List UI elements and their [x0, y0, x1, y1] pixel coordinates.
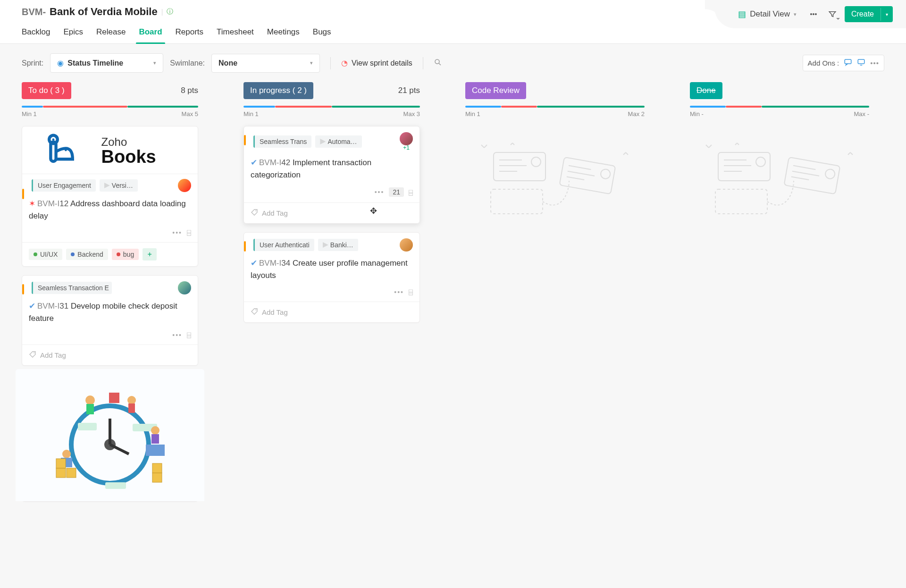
svg-point-9 [34, 353, 34, 353]
max-label: Max 2 [628, 110, 645, 118]
svg-rect-30 [109, 393, 119, 403]
avatar[interactable] [400, 132, 413, 145]
board-card[interactable]: Seamless Transaction E ✔BVM-I31 Develop … [22, 275, 198, 366]
min-label: Min 1 [243, 110, 259, 118]
avatar[interactable] [178, 281, 191, 294]
nav-tabs: Backlog Epics Release Board Reports Time… [22, 21, 714, 43]
svg-rect-31 [146, 445, 165, 456]
addons-label: Add Ons : [808, 59, 839, 67]
view-sprint-details[interactable]: ◔ View sprint details [341, 59, 412, 67]
release-chip[interactable]: Versi… [100, 179, 138, 192]
max-label: Max - [854, 110, 870, 118]
bug-icon: ✶ [29, 199, 35, 208]
header-left: BVM- Bank of Verdia Mobile | ⓘ Backlog E… [22, 0, 714, 43]
card-tags: UI/UX Backend bug + [22, 242, 198, 266]
toolbar: Sprint: ◉ Status Timeline ▾ Swimlane: No… [0, 44, 906, 82]
board-card[interactable]: Seamless Trans Automa… +1 ✔BVM-I42 Imple… [243, 126, 420, 224]
svg-point-40 [600, 168, 611, 179]
tab-bugs[interactable]: Bugs [313, 24, 331, 43]
addon-chat-icon[interactable] [844, 58, 852, 68]
clock-icon: ◔ [341, 59, 348, 67]
column-todo-header[interactable]: To do ( 3 ) [22, 82, 71, 99]
tag-uiux[interactable]: UI/UX [29, 249, 62, 260]
estimate-icon[interactable]: ⌸ [409, 188, 413, 196]
svg-line-42 [568, 171, 595, 176]
sprint-dropdown[interactable]: ◉ Status Timeline ▾ [50, 53, 163, 73]
swimlane-value: None [218, 59, 237, 67]
detail-view-icon: ▤ [738, 9, 746, 19]
addons-more-icon[interactable]: ••• [870, 59, 879, 67]
tab-reports[interactable]: Reports [176, 24, 204, 43]
detail-view-dropdown[interactable]: ▤ Detail View ▾ [733, 6, 801, 22]
svg-point-32 [255, 210, 256, 211]
tag-backend[interactable]: Backend [66, 249, 108, 260]
avatar[interactable] [400, 238, 413, 252]
card-more-icon[interactable]: ••• [172, 331, 182, 339]
card-tags: Add Tag [244, 302, 419, 322]
sprint-label: Sprint: [22, 59, 43, 67]
filter-icon[interactable] [826, 8, 839, 21]
svg-point-35 [531, 157, 541, 167]
tab-board[interactable]: Board [139, 24, 162, 43]
release-chip[interactable]: Automa… [315, 135, 361, 148]
column-done-header[interactable]: Done [690, 82, 722, 99]
card-more-icon[interactable]: ••• [172, 229, 182, 236]
svg-line-43 [567, 176, 584, 180]
info-icon[interactable]: ⓘ [167, 8, 173, 16]
chevron-down-icon: ▾ [153, 60, 156, 66]
epic-chip[interactable]: User Authenticati [253, 239, 314, 251]
tab-timesheet[interactable]: Timesheet [217, 24, 254, 43]
create-button-label[interactable]: Create [845, 6, 881, 22]
board-card[interactable]: User Authenticati Banki… ✔BVM-I34 Create… [243, 232, 420, 323]
search-icon[interactable] [434, 58, 442, 68]
story-points: 21 [389, 187, 404, 197]
column-inprogress-header[interactable]: In progress ( 2 ) [243, 82, 313, 99]
board-card[interactable]: Zoho Books User Engagement Versi… ✶BVM-I… [22, 126, 198, 267]
svg-point-0 [435, 59, 439, 64]
tag-icon [251, 308, 258, 317]
add-tag-button[interactable]: Add Tag [262, 209, 288, 217]
tab-release[interactable]: Release [96, 24, 126, 43]
tag-bug[interactable]: bug [112, 249, 139, 260]
release-chip[interactable]: Banki… [318, 239, 358, 251]
column-done: Done Min - Max - [690, 82, 869, 218]
move-cursor-icon: ✥ [370, 206, 377, 216]
project-name: Bank of Verdia Mobile [50, 6, 158, 18]
svg-rect-14 [78, 423, 97, 430]
avatar[interactable] [178, 179, 191, 192]
board: To do ( 3 ) 8 pts Min 1 Max 5 [0, 82, 906, 502]
add-tag-button[interactable]: + [143, 248, 157, 260]
addon-screen-icon[interactable] [857, 58, 865, 68]
header-divider: | [161, 8, 163, 16]
epic-chip[interactable]: Seamless Transaction E [32, 282, 112, 294]
card-more-icon[interactable]: ••• [375, 188, 385, 196]
epic-chip[interactable]: Seamless Trans [253, 135, 311, 148]
epic-chip[interactable]: User Engagement [32, 179, 96, 192]
estimate-icon[interactable]: ⌸ [409, 288, 413, 296]
chevron-down-icon: ▾ [794, 11, 797, 17]
svg-rect-28 [152, 473, 162, 482]
tab-meetings[interactable]: Meetings [267, 24, 300, 43]
create-button[interactable]: Create ▾ [845, 6, 893, 22]
create-button-chevron[interactable]: ▾ [881, 8, 893, 21]
wip-bar [465, 106, 645, 108]
avatar-more-count[interactable]: +1 [403, 144, 410, 151]
tab-epics[interactable]: Epics [63, 24, 83, 43]
svg-point-7 [52, 138, 55, 141]
swimlane-dropdown[interactable]: None ▾ [211, 54, 320, 73]
column-codereview-header[interactable]: Code Review [465, 82, 526, 99]
add-tag-button[interactable]: Add Tag [262, 308, 288, 316]
add-tag-button[interactable]: Add Tag [40, 351, 66, 359]
tab-backlog[interactable]: Backlog [22, 24, 50, 43]
column-todo: To do ( 3 ) 8 pts Min 1 Max 5 [22, 82, 198, 502]
board-card[interactable] [22, 374, 198, 502]
card-more-icon[interactable]: ••• [394, 288, 404, 296]
estimate-icon[interactable]: ⌸ [187, 228, 191, 236]
toolbar-right: Add Ons : ••• [803, 55, 884, 71]
svg-rect-25 [56, 468, 66, 478]
estimate-icon[interactable]: ⌸ [187, 331, 191, 339]
more-icon[interactable]: ••• [807, 8, 820, 21]
card-hero-image: Zoho Books [22, 126, 198, 174]
svg-point-46 [756, 157, 765, 167]
task-icon: ✔ [29, 302, 35, 311]
